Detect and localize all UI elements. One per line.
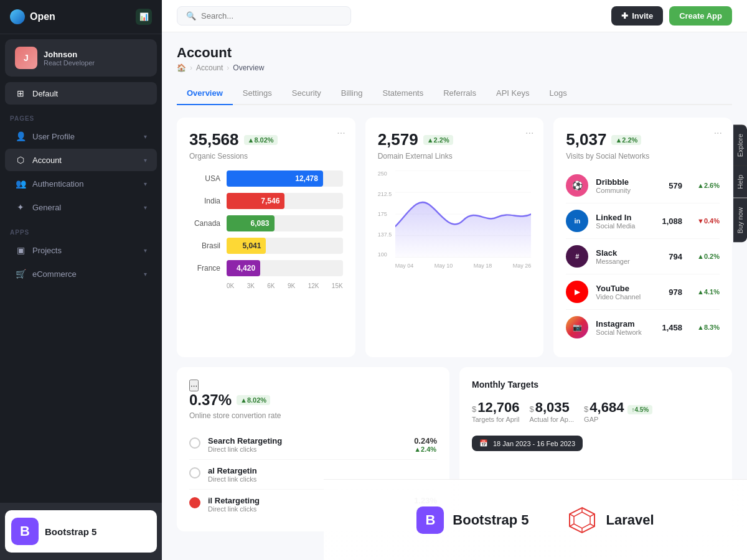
chevron-down-icon-general: ▾ — [144, 204, 147, 211]
search-input[interactable] — [201, 11, 342, 21]
nav-label-default: Default — [32, 89, 147, 98]
chevron-down-icon-auth: ▾ — [144, 180, 147, 187]
top-right-actions: ✚ Invite Create App — [611, 6, 732, 26]
tab-overview[interactable]: Overview — [177, 82, 233, 105]
chart-x-labels: May 04 May 10 May 18 May 26 — [378, 263, 532, 269]
breadcrumb: 🏠 › Account › Overview — [177, 63, 732, 72]
actual-amount: $ 8,035 Actual for Ap... — [530, 399, 575, 423]
nav-item-authentication[interactable]: 👥 Authentication ▾ — [5, 172, 157, 195]
svg-line-12 — [570, 514, 574, 516]
gap-amount: $ 4,684 ↑4.5% GAP — [584, 399, 652, 423]
nav-item-default[interactable]: ⊞ Default — [5, 82, 157, 105]
rt-circle-1 — [189, 437, 200, 449]
auth-icon: 👥 — [15, 178, 26, 189]
bar-axis: 0K3K6K9K12K15K — [189, 282, 343, 289]
chevron-down-icon-account: ▾ — [144, 157, 147, 164]
svg-line-9 — [590, 524, 594, 526]
targets-title: Monthly Targets — [472, 380, 720, 390]
nav-item-general[interactable]: ✦ General ▾ — [5, 196, 157, 218]
nav-label-general: General — [32, 203, 138, 212]
nav-item-account[interactable]: ⬡ Account ▾ — [5, 149, 157, 171]
apps-section-label: APPS — [0, 224, 162, 238]
grid-icon: ⊞ — [15, 88, 26, 99]
rt-circle-3 — [189, 497, 200, 508]
bar-fill-india: 7,546 — [227, 193, 284, 209]
line-chart-container: 250 212.5 175 137.5 100 — [378, 170, 532, 269]
logo-dot — [10, 9, 25, 24]
stat-card-organic: ··· 35,568 ▲8.02% Organic Sessions USA 1… — [177, 118, 355, 357]
social-row-dribbble: ⚽ Dribbble Community 579 ▲2.6% — [566, 168, 720, 203]
social-row-youtube: ▶ YouTube Video Channel 978 ▲4.1% — [566, 274, 720, 310]
stat-card-social: ··· 5,037 ▲2.2% Visits by Social Network… — [553, 118, 732, 357]
tab-logs[interactable]: Logs — [539, 82, 576, 105]
top-bar: 🔍 ✚ Invite Create App — [162, 0, 747, 32]
main-content: 🔍 ✚ Invite Create App Account 🏠 › Accoun… — [162, 0, 747, 560]
chevron-down-icon: ▾ — [144, 133, 147, 140]
stat-value-organic: 35,568 ▲8.02% — [189, 130, 343, 149]
more-button-organic[interactable]: ··· — [337, 128, 345, 139]
vertical-tabs: Explore Help Buy now — [733, 124, 747, 242]
dribbble-icon: ⚽ — [566, 174, 588, 197]
tab-api-keys[interactable]: API Keys — [486, 82, 539, 105]
more-button-social[interactable]: ··· — [714, 128, 722, 139]
line-chart-svg — [378, 170, 532, 258]
target-amount: $ 12,706 Targets for April — [472, 399, 520, 423]
stat-badge-domain: ▲2.2% — [423, 135, 453, 145]
bootstrap-promo-label: Bootstrap 5 — [453, 512, 529, 528]
bar-country-canada: Canada — [189, 219, 220, 228]
nav-label-authentication: Authentication — [32, 179, 138, 189]
bar-fill-france: 4,420 — [227, 260, 260, 276]
bootstrap-label: Bootstrap 5 — [45, 526, 96, 537]
stat-value-domain: 2,579 ▲2.2% — [378, 130, 532, 149]
conversion-rate: 0.37% ▲8.02% — [189, 391, 437, 409]
breadcrumb-account[interactable]: Account — [196, 63, 223, 72]
logo-left: Open — [10, 9, 55, 24]
explore-tab[interactable]: Explore — [733, 124, 747, 166]
stat-value-social: 5,037 ▲2.2% — [566, 130, 720, 149]
search-box[interactable]: 🔍 — [177, 6, 351, 26]
chevron-down-icon-projects: ▾ — [144, 247, 147, 254]
more-button-domain[interactable]: ··· — [525, 128, 533, 139]
user-card[interactable]: J Johnson React Developer — [5, 39, 157, 77]
breadcrumb-overview: Overview — [233, 63, 264, 72]
tab-security[interactable]: Security — [282, 82, 331, 105]
conversion-badge: ▲8.02% — [237, 395, 270, 405]
nav-item-user-profile[interactable]: 👤 User Profile ▾ — [5, 125, 157, 147]
stat-badge-organic: ▲8.02% — [244, 135, 278, 145]
bar-fill-usa: 12,478 — [227, 170, 323, 187]
laravel-icon — [566, 505, 598, 536]
help-tab[interactable]: Help — [733, 166, 747, 198]
tab-statements[interactable]: Statements — [372, 82, 433, 105]
tab-settings[interactable]: Settings — [233, 82, 282, 105]
bootstrap-logo: B — [11, 518, 39, 545]
create-app-button[interactable]: Create App — [669, 6, 732, 26]
social-networks-list: ⚽ Dribbble Community 579 ▲2.6% in Linked… — [566, 168, 720, 345]
stat-label-organic: Organic Sessions — [189, 152, 343, 161]
bootstrap-icon: B — [416, 506, 444, 534]
date-range-badge: 📅 18 Jan 2023 - 16 Feb 2023 — [472, 436, 583, 451]
tab-referrals[interactable]: Referrals — [433, 82, 486, 105]
invite-button[interactable]: ✚ Invite — [611, 6, 663, 26]
pages-section-label: PAGES — [0, 110, 162, 124]
sidebar-logo: Open 📊 — [0, 0, 162, 34]
tab-billing[interactable]: Billing — [331, 82, 373, 105]
nav-item-ecommerce[interactable]: 🛒 eCommerce ▾ — [5, 263, 157, 285]
social-row-slack: # Slack Messanger 794 ▲0.2% — [566, 239, 720, 274]
breadcrumb-sep-1: › — [190, 63, 192, 72]
general-icon: ✦ — [15, 202, 26, 213]
nav-label-ecommerce: eCommerce — [32, 269, 138, 279]
bar-country-brasil: Brasil — [189, 241, 220, 250]
chart-icon[interactable]: 📊 — [136, 9, 152, 25]
nav-label-projects: Projects — [32, 246, 138, 255]
more-button-conversion[interactable]: ··· — [189, 380, 199, 391]
nav-label-account: Account — [32, 156, 138, 165]
conversion-label: Online store convertion rate — [189, 411, 437, 420]
page-title: Account — [177, 45, 732, 61]
bar-fill-brasil: 5,041 — [227, 238, 266, 254]
youtube-icon: ▶ — [566, 281, 588, 303]
nav-item-projects[interactable]: ▣ Projects ▾ — [5, 239, 157, 261]
bar-row-usa: USA 12,478 — [189, 170, 343, 187]
user-role: React Developer — [44, 59, 147, 67]
buy-now-tab[interactable]: Buy now — [733, 198, 747, 242]
plus-icon: ✚ — [621, 11, 628, 21]
